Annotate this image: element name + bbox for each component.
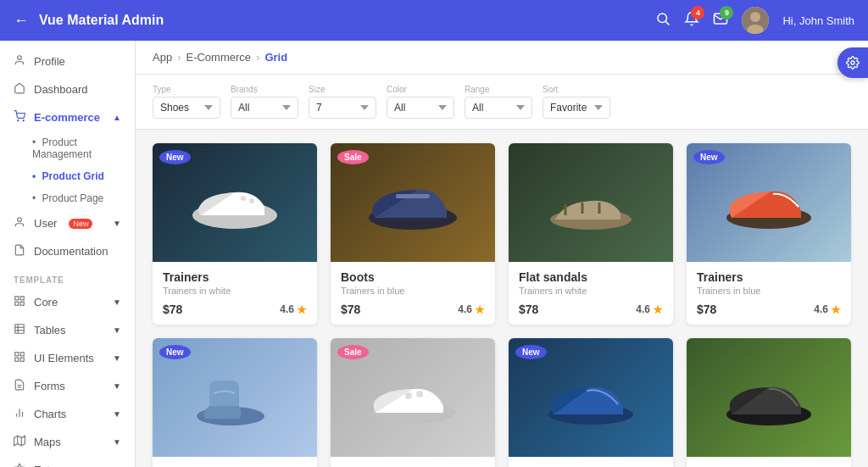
product-name: Trainers [163, 270, 307, 284]
svg-point-35 [241, 196, 246, 201]
product-badge: New [159, 150, 191, 164]
product-card-3[interactable]: Flat sandals Trainers in white $78 4.6 ★ [509, 143, 673, 325]
svg-point-6 [18, 120, 19, 121]
search-button[interactable] [655, 11, 670, 31]
product-card-6[interactable]: Sale Sneakers Sneakers in white $78 4.6 … [331, 338, 495, 467]
filter-size: Size 7 [309, 85, 376, 119]
breadcrumb-app[interactable]: App [153, 51, 172, 64]
svg-point-5 [18, 56, 22, 60]
sidebar-item-ecommerce[interactable]: E-commerce ▲ [0, 103, 135, 131]
back-button[interactable]: ← [14, 12, 29, 30]
product-card-8[interactable]: Trainers Trainers in black $78 4.6 ★ [687, 338, 851, 467]
extra-icon [14, 463, 25, 467]
sidebar-item-maps[interactable]: Maps ▼ [0, 428, 135, 456]
svg-point-33 [851, 61, 854, 64]
product-image-wrap [509, 143, 673, 262]
bell-badge: 4 [691, 6, 704, 19]
breadcrumb-ecommerce[interactable]: E-Commerce [186, 51, 251, 64]
svg-point-47 [405, 392, 412, 399]
sidebar-label-documentation: Documentation [34, 245, 108, 258]
sidebar-sub-product-management[interactable]: Product Management [0, 131, 135, 165]
maps-icon [14, 435, 25, 449]
product-price: $78 [697, 303, 716, 316]
top-header: ← Vue Material Admin 4 9 Hi, John Smith [0, 0, 868, 41]
filter-sort-select[interactable]: Favorite [542, 97, 610, 119]
product-card-2[interactable]: Sale Boots Trainers in blue $78 4.6 ★ [331, 143, 495, 325]
svg-point-0 [658, 14, 667, 23]
ecommerce-icon [14, 110, 25, 125]
breadcrumb-sep-2: › [256, 51, 259, 64]
product-card-4[interactable]: New Trainers Trainers in blue $78 4.6 ★ [687, 143, 851, 325]
svg-point-3 [750, 12, 760, 22]
sidebar-item-extra[interactable]: Extra ▼ [0, 456, 135, 467]
product-footer: $78 4.6 ★ [341, 303, 485, 316]
product-name: Trainers [697, 270, 841, 284]
svg-rect-38 [396, 194, 430, 198]
svg-rect-13 [15, 325, 25, 334]
filter-sort-label: Sort [542, 85, 610, 94]
charts-icon [14, 407, 25, 421]
product-badge: New [515, 345, 547, 359]
user-chevron: ▼ [113, 219, 121, 228]
forms-chevron: ▼ [113, 381, 121, 391]
mail-badge: 9 [720, 6, 733, 19]
breadcrumb: App › E-Commerce › Grid [136, 41, 868, 75]
filter-brands-select[interactable]: All [231, 97, 298, 119]
sidebar-item-dashboard[interactable]: Dashboard [0, 75, 135, 103]
product-image-wrap: Sale [331, 338, 495, 457]
profile-icon [14, 54, 25, 69]
breadcrumb-sep-1: › [177, 51, 181, 64]
ecommerce-chevron: ▲ [113, 113, 121, 122]
sidebar-item-forms[interactable]: Forms ▼ [0, 372, 135, 400]
forms-icon [14, 379, 25, 393]
sidebar-item-ui-elements[interactable]: UI Elements ▼ [0, 344, 135, 372]
svg-point-8 [18, 218, 22, 222]
header-actions: 4 9 Hi, John Smith [655, 7, 854, 34]
sidebar-sub-product-page[interactable]: Product Page [0, 187, 135, 209]
filter-size-select[interactable]: 7 [309, 97, 376, 119]
product-badge: Sale [337, 150, 369, 164]
avatar[interactable] [742, 7, 769, 34]
svg-rect-10 [20, 297, 24, 300]
sidebar-item-documentation[interactable]: Documentation [0, 237, 135, 265]
product-price: $78 [519, 303, 538, 316]
filter-sort: Sort Favorite [542, 85, 610, 119]
sidebar-item-profile[interactable]: Profile [0, 47, 135, 75]
sidebar-sub-label-product-management: Product Management [32, 136, 92, 160]
breadcrumb-grid[interactable]: Grid [264, 51, 287, 64]
product-card-7[interactable]: New Trainers Trainers in blue $78 4.6 ★ [509, 338, 673, 467]
filter-bar: Type Shoes Brands All Size 7 Color [136, 75, 868, 130]
svg-rect-9 [15, 297, 19, 300]
product-price: $78 [163, 303, 182, 316]
sidebar-label-dashboard: Dashboard [34, 83, 88, 96]
sidebar-item-user[interactable]: User New ▼ [0, 209, 135, 237]
tables-icon [14, 323, 25, 337]
product-image [509, 143, 673, 262]
sidebar-sub-product-grid[interactable]: Product Grid [0, 165, 135, 187]
notifications-button[interactable]: 4 [684, 11, 699, 31]
product-image-wrap: New [153, 143, 317, 262]
product-card-5[interactable]: New Boots Boots in blue $78 4.6 ★ [153, 338, 317, 467]
filter-color-select[interactable]: All [387, 97, 454, 119]
dashboard-icon [14, 82, 25, 97]
charts-chevron: ▼ [113, 409, 121, 419]
sidebar-label-forms: Forms [34, 380, 65, 392]
sidebar-label-profile: Profile [34, 55, 65, 68]
sidebar-item-core[interactable]: Core ▼ [0, 288, 135, 316]
product-image-wrap: New [687, 143, 851, 262]
product-card-1[interactable]: New Trainers Trainers in white $78 4.6 ★ [153, 143, 317, 325]
product-desc: Trainers in blue [697, 286, 841, 296]
sidebar-item-tables[interactable]: Tables ▼ [0, 316, 135, 344]
settings-fab[interactable] [837, 47, 868, 78]
sidebar-item-charts[interactable]: Charts ▼ [0, 400, 135, 428]
filter-type-select[interactable]: Shoes [153, 97, 220, 119]
product-info: Trainers Trainers in blue $78 4.6 ★ [687, 262, 851, 325]
svg-rect-12 [20, 302, 24, 305]
product-grid: New Trainers Trainers in white $78 4.6 ★… [136, 130, 868, 467]
filter-range-select[interactable]: All [465, 97, 532, 119]
ui-elements-chevron: ▼ [113, 353, 121, 363]
svg-line-1 [666, 21, 670, 25]
mail-button[interactable]: 9 [713, 11, 728, 31]
product-info: Sneakers Sneakers in white $78 4.6 ★ [331, 457, 495, 467]
sidebar-label-tables: Tables [34, 324, 66, 336]
